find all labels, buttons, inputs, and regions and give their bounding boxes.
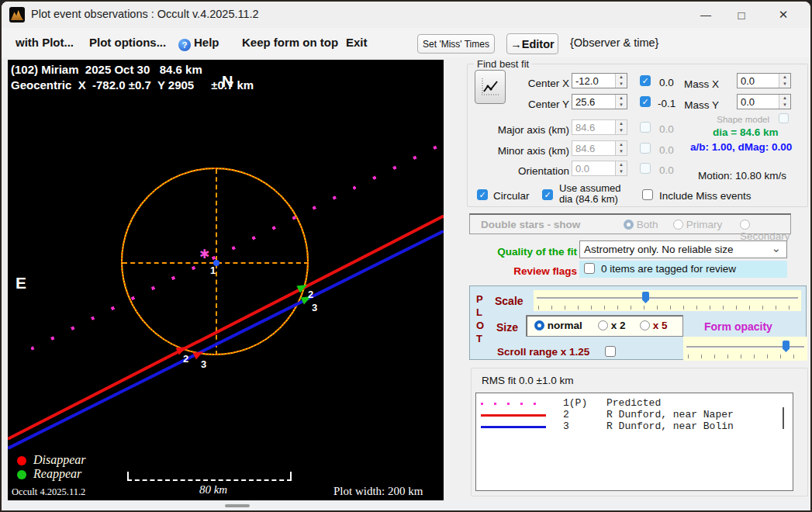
center-y-checkbox[interactable]: ✓ (640, 96, 651, 107)
scale-slider-thumb[interactable] (642, 292, 649, 303)
quality-label: Quality of the fit (467, 246, 577, 258)
minor-axis-adjust: 0.0 (659, 144, 674, 156)
scale-slider[interactable] (534, 290, 801, 311)
center-label: 1 (210, 265, 216, 276)
center-x-checkbox[interactable]: ✓ (640, 75, 651, 86)
find-best-fit-label: Find best fit (474, 58, 532, 70)
form-opacity-slider-thumb[interactable] (783, 341, 790, 352)
menu-bar: with Plot... Plot options... ?Help Keep … (2, 28, 810, 57)
predicted-center-star-icon: ✱ (199, 247, 209, 261)
motion-readout: Motion: 10.80 km/s (698, 170, 786, 182)
double-stars-primary-radio[interactable]: Primary (673, 219, 722, 230)
circular-checkbox[interactable]: ✓ (477, 189, 488, 200)
disappear-label-2: 2 (183, 353, 188, 365)
double-stars-secondary-radio[interactable]: Secondary (740, 219, 790, 242)
scale-label: Scale (495, 295, 523, 307)
legend-sample-chord3 (481, 426, 546, 428)
mass-x-spinner[interactable]: 0.0 ▲▼ (737, 73, 791, 88)
reappear-dot-icon (17, 470, 26, 479)
plot-canvas[interactable]: (102) Miriam 2025 Oct 30 84.6 km Geocent… (8, 60, 444, 500)
menu-keep-on-top[interactable]: Keep form on top (242, 36, 338, 49)
menu-plot-options[interactable]: Plot options... (89, 36, 166, 49)
control-panel: Find best fit Center X -12.0 ▲▼ ✓ 0.0 Ma… (444, 57, 812, 502)
spin-up-icon: ▲ (616, 141, 627, 148)
circular-label: Circular (493, 190, 530, 202)
menu-exit[interactable]: Exit (346, 36, 368, 49)
size-radio-group: normal x 2 x 5 (526, 315, 683, 337)
editor-button[interactable]: →Editor (506, 33, 558, 54)
reappear-label-3: 3 (312, 302, 317, 313)
include-miss-checkbox[interactable] (642, 189, 653, 200)
minimize-button[interactable]: — (688, 2, 724, 28)
major-axis-spinner[interactable]: 84.6 ▲▼ (572, 119, 627, 135)
rms-entry-name: R Dunford, near Naper (606, 409, 734, 420)
check-icon: ✓ (641, 76, 648, 86)
legend-reappear: Reappear (33, 467, 81, 481)
scroll-range-checkbox[interactable] (605, 346, 616, 357)
scalebar-label: 80 km (190, 483, 237, 496)
form-opacity-slider[interactable] (683, 337, 807, 361)
double-stars-both-radio[interactable]: Both (624, 219, 658, 230)
close-icon: ✕ (779, 8, 789, 22)
spin-up-icon: ▲ (616, 161, 627, 168)
slider-ticks (688, 355, 803, 358)
size-label: Size (496, 321, 518, 334)
list-scroll-bar[interactable] (783, 407, 784, 429)
disappear-label-3: 3 (201, 358, 206, 370)
major-axis-adjust: 0.0 (659, 123, 674, 135)
review-flags-checkbox[interactable] (584, 263, 595, 274)
center-x-spinner[interactable]: -12.0 ▲▼ (572, 73, 627, 88)
orientation-label: Orientation (467, 165, 569, 177)
plot-horizontal-scrollbar[interactable] (2, 500, 810, 511)
legend-sample-predicted (481, 403, 546, 405)
shape-model-checkbox[interactable] (779, 113, 789, 123)
mass-y-label: Mass Y (661, 99, 719, 111)
center-x-label: Center X (467, 78, 569, 89)
plot-vertical-scrollbar[interactable] (2, 60, 8, 500)
spin-up-icon: ▲ (779, 74, 790, 81)
size-x2-radio[interactable]: x 2 (598, 320, 626, 331)
rms-group: RMS fit 0.0 ±1.0 km 1(P) Predicted 2 R D… (471, 368, 808, 496)
plot-title-line2: Geocentric X -782.0 ±0.7 Y 2905±0.7 km (11, 78, 254, 92)
minor-axis-checkbox[interactable] (640, 143, 651, 154)
maximize-button[interactable]: □ (724, 2, 759, 28)
set-miss-times-button[interactable]: Set 'Miss' Times (417, 34, 495, 54)
menu-with-plot[interactable]: with Plot... (16, 36, 74, 49)
quality-dropdown[interactable]: Astrometry only. No reliable size ⌄ (579, 240, 787, 258)
mountain-icon (11, 10, 23, 20)
spin-down-icon: ▼ (779, 102, 790, 109)
legend-sample-chord2 (481, 414, 546, 417)
size-x5-radio[interactable]: x 5 (640, 320, 668, 331)
spin-down-icon: ▼ (616, 168, 627, 175)
orientation-checkbox[interactable] (640, 163, 651, 174)
mass-x-label: Mass X (661, 78, 719, 90)
hscroll-thumb[interactable] (225, 504, 250, 507)
east-label: E (16, 274, 26, 292)
review-flags-text: 0 items are tagged for review (601, 263, 736, 275)
major-axis-checkbox[interactable] (640, 122, 651, 133)
use-assumed-checkbox[interactable]: ✓ (542, 189, 553, 200)
mass-y-spinner[interactable]: 0.0 ▲▼ (737, 94, 791, 109)
radio-icon (624, 220, 634, 230)
check-icon: ✓ (479, 190, 485, 200)
orientation-spinner[interactable]: 0.0 ▲▼ (572, 161, 627, 176)
spin-down-icon: ▼ (616, 148, 627, 155)
observer-time-label: {Observer & time} (570, 36, 658, 49)
scroll-range-label: Scroll range x 1.25 (497, 346, 589, 358)
chevron-down-icon: ⌄ (771, 241, 781, 255)
disappear-dot-icon (17, 456, 26, 465)
spin-down-icon: ▼ (616, 102, 627, 109)
check-icon: ✓ (641, 97, 648, 107)
close-button[interactable]: ✕ (765, 2, 801, 28)
center-y-spinner[interactable]: 25.6 ▲▼ (572, 94, 627, 109)
slider-ticks (538, 306, 796, 310)
plot-vertical-label: PLOT (476, 292, 484, 345)
spin-up-icon: ▲ (616, 120, 627, 127)
size-normal-radio[interactable]: normal (534, 320, 582, 331)
diameter-readout: dia = 84.6 km (713, 126, 778, 138)
rms-listbox[interactable]: 1(P) Predicted 2 R Dunford, near Naper 3… (475, 393, 793, 491)
minor-axis-spinner[interactable]: 84.6 ▲▼ (572, 140, 627, 156)
double-stars-group: Double stars - show Both Primary Seconda… (469, 213, 791, 234)
menu-help[interactable]: ?Help (178, 36, 219, 51)
spin-up-icon: ▲ (616, 74, 627, 81)
